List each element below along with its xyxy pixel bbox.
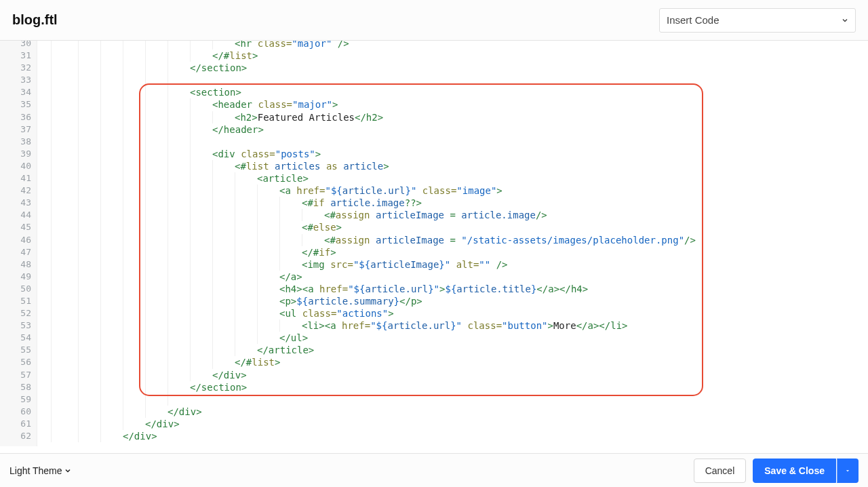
code-line[interactable]: </#list>	[37, 356, 868, 368]
code-line[interactable]: </#if>	[37, 246, 868, 258]
code-line[interactable]: <p>${article.summary}</p>	[37, 295, 868, 307]
code-line[interactable]: </div>	[37, 369, 868, 381]
code-line[interactable]: <img src="${articleImage}" alt="" />	[37, 258, 868, 271]
code-line[interactable]: <a href="${article.url}" class="image">	[37, 184, 868, 197]
code-line[interactable]: </article>	[37, 344, 868, 356]
cancel-button[interactable]: Cancel	[694, 459, 747, 483]
code-line[interactable]: <section>	[37, 86, 868, 98]
code-line[interactable]: </a>	[37, 271, 868, 283]
code-line[interactable]: </div>	[37, 406, 868, 418]
code-line[interactable]: <#list articles as article>	[37, 160, 868, 172]
save-options-dropdown[interactable]	[837, 459, 859, 483]
file-title: blog.ftl	[12, 12, 58, 28]
editor-footer: Light Theme Cancel Save & Close	[0, 453, 868, 487]
code-line[interactable]: </div>	[37, 418, 868, 430]
code-line[interactable]: </ul>	[37, 332, 868, 344]
caret-down-icon	[844, 467, 851, 474]
theme-select[interactable]: Light Theme	[9, 465, 72, 476]
code-content[interactable]: <hr class="major" /></#list></section><s…	[37, 41, 868, 446]
editor-toolbar: blog.ftl Insert Code	[0, 0, 868, 41]
code-line[interactable]: <header class="major">	[37, 98, 868, 111]
code-line[interactable]: <hr class="major" />	[37, 41, 868, 50]
footer-actions: Cancel Save & Close	[694, 459, 859, 483]
code-line[interactable]: <#assign articleImage = article.image/>	[37, 209, 868, 221]
code-line[interactable]	[37, 393, 868, 406]
code-line[interactable]: <#if article.image??>	[37, 197, 868, 209]
code-line[interactable]: </div>	[37, 430, 868, 442]
code-line[interactable]: <h2>Featured Articles</h2>	[37, 111, 868, 123]
code-line[interactable]	[37, 74, 868, 86]
code-line[interactable]: <li><a href="${article.url}" class="butt…	[37, 319, 868, 332]
chevron-down-icon	[64, 467, 72, 475]
code-line[interactable]: </#list>	[37, 50, 868, 62]
code-line[interactable]: <h4><a href="${article.url}">${article.t…	[37, 283, 868, 295]
code-line[interactable]: <#assign articleImage = "/static-assets/…	[37, 234, 868, 246]
code-line[interactable]	[37, 136, 868, 148]
code-line[interactable]: <ul class="actions">	[37, 307, 868, 319]
code-line[interactable]: </section>	[37, 381, 868, 393]
insert-code-select[interactable]: Insert Code	[659, 8, 856, 33]
save-and-close-button[interactable]: Save & Close	[753, 459, 836, 483]
code-line[interactable]: <div class="posts">	[37, 148, 868, 160]
code-editor[interactable]: 3031323334353637383940414243444546474849…	[0, 41, 868, 446]
insert-code-dropdown[interactable]: Insert Code	[659, 8, 856, 33]
code-line[interactable]: <article>	[37, 172, 868, 184]
theme-label: Light Theme	[9, 465, 62, 476]
code-line[interactable]: </header>	[37, 123, 868, 136]
line-number-gutter: 3031323334353637383940414243444546474849…	[0, 41, 37, 446]
code-line[interactable]: <#else>	[37, 221, 868, 233]
code-line[interactable]: </section>	[37, 62, 868, 74]
